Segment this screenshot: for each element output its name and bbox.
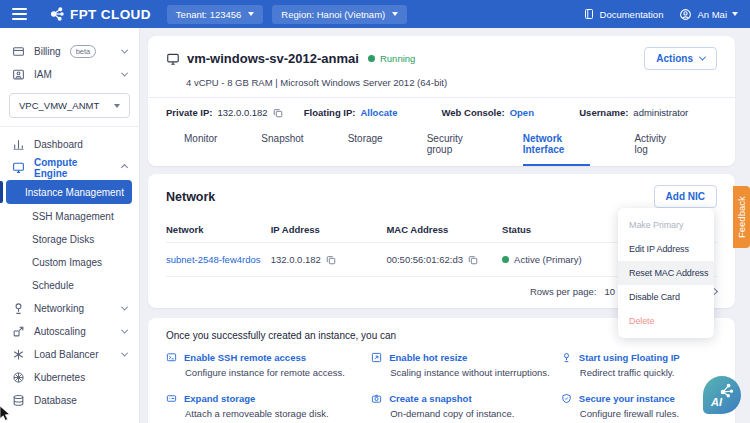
sidebar-item-custom-images[interactable]: Custom Images	[0, 251, 139, 274]
rows-per-page-value: 10	[604, 286, 615, 297]
sidebar-item-networking[interactable]: Networking	[0, 297, 139, 320]
vpc-selector[interactable]: VPC_VMW_ANMT	[9, 93, 130, 118]
chevron-down-icon	[121, 47, 128, 54]
allocate-link[interactable]: Allocate	[360, 107, 397, 118]
username-label: Username:	[579, 107, 628, 118]
private-ip-label: Private IP:	[166, 107, 212, 118]
ai-assistant-fab[interactable]: AI	[703, 376, 741, 414]
camera-icon	[371, 393, 382, 404]
sidebar-item-billing[interactable]: Billing beta	[0, 40, 139, 63]
copy-icon[interactable]	[273, 108, 283, 118]
help-item-storage: Expand storage Attach a removeable stora…	[166, 393, 361, 419]
terminal-icon	[166, 352, 177, 363]
menu-icon[interactable]	[12, 8, 27, 20]
enable-ssh-link[interactable]: Enable SSH remote access	[166, 352, 361, 363]
feedback-tab[interactable]: Feedback	[733, 186, 750, 248]
tenant-selector[interactable]: Tenant: 123456	[167, 5, 264, 24]
help-item-desc: Configure instance for remote access.	[185, 367, 361, 378]
sidebar: Billing beta IAM VPC_VMW_ANMT Dashboard	[0, 28, 140, 423]
chevron-down-icon	[248, 12, 254, 16]
database-icon	[12, 394, 25, 407]
sidebar-item-instance-management[interactable]: Instance Management	[6, 180, 132, 204]
private-ip-group: Private IP: 132.0.0.182	[166, 107, 304, 118]
sidebar-item-ssh-management[interactable]: SSH Management	[0, 205, 139, 228]
sidebar-item-autoscaling[interactable]: Autoscaling	[0, 320, 139, 343]
menu-item-disable-card[interactable]: Disable Card	[618, 285, 714, 309]
sidebar-item-kubernetes[interactable]: Kubernetes	[0, 366, 139, 389]
sidebar-item-label: SSH Management	[32, 211, 114, 222]
chevron-down-icon	[121, 327, 128, 334]
tab-storage[interactable]: Storage	[348, 125, 383, 166]
tab-security-group[interactable]: Security group	[427, 125, 479, 166]
brand-icon	[49, 6, 65, 22]
region-label: Region: Hanoi (Vietnam)	[281, 9, 385, 20]
user-name: An Mai	[697, 9, 727, 20]
sidebar-item-load-balancer[interactable]: Load Balancer	[0, 343, 139, 366]
menu-item-reset-mac-address[interactable]: Reset MAC Address	[618, 261, 714, 285]
help-item-desc: Redirect traffic quickly.	[580, 367, 717, 378]
sidebar-item-label: Custom Images	[32, 257, 102, 268]
help-item-snapshot: Create a snapshot On-demand copy of inst…	[371, 393, 551, 419]
sidebar-item-label: Dashboard	[34, 139, 83, 150]
subnet-link[interactable]: subnet-2548-few4rdos	[166, 254, 271, 265]
tab-network-interface[interactable]: Network Interface	[523, 125, 591, 166]
secure-instance-link[interactable]: Secure your instance	[561, 393, 717, 404]
sidebar-item-label: Compute Engine	[34, 157, 113, 179]
documentation-link[interactable]: Documentation	[583, 8, 664, 20]
tab-snapshot[interactable]: Snapshot	[261, 125, 303, 166]
sidebar-item-label: Billing	[34, 46, 61, 57]
menu-item-delete: Delete	[618, 309, 714, 333]
sidebar-item-label: Storage Disks	[32, 234, 94, 245]
load-balancer-icon	[12, 348, 25, 361]
tab-monitor[interactable]: Monitor	[184, 125, 217, 166]
menu-item-edit-ip-address[interactable]: Edit IP Address	[618, 237, 714, 261]
help-item-title: Secure your instance	[579, 393, 675, 404]
help-item-resize: Enable hot resize Scaling instance witho…	[371, 352, 551, 378]
nic-actions-context-menu: Make Primary Edit IP Address Reset MAC A…	[618, 208, 714, 338]
vm-monitor-icon	[166, 52, 180, 66]
sidebar-item-compute-engine[interactable]: Compute Engine	[0, 156, 139, 179]
help-item-desc: Configure firewall rules.	[580, 408, 717, 419]
instance-status: Running	[380, 53, 415, 64]
open-console-link[interactable]: Open	[510, 107, 534, 118]
floating-ip-icon	[561, 352, 572, 363]
actions-button[interactable]: Actions	[644, 47, 717, 70]
sidebar-item-storage-disks[interactable]: Storage Disks	[0, 228, 139, 251]
autoscaling-icon	[12, 325, 25, 338]
copy-icon[interactable]	[468, 255, 478, 265]
menu-item-make-primary: Make Primary	[618, 213, 714, 237]
user-menu[interactable]: An Mai	[679, 8, 738, 21]
billing-icon	[12, 45, 25, 58]
resize-icon	[371, 352, 382, 363]
help-item-title: Start using Floating IP	[579, 352, 680, 363]
status-value: Active (Primary)	[514, 254, 582, 265]
web-console-group: Web Console: Open	[442, 107, 580, 118]
sidebar-item-label: Kubernetes	[34, 372, 85, 383]
sidebar-item-dashboard[interactable]: Dashboard	[0, 133, 139, 156]
create-snapshot-link[interactable]: Create a snapshot	[371, 393, 551, 404]
instance-name: vm-windows-sv-2012-anmai	[187, 51, 359, 66]
copy-icon[interactable]	[326, 255, 336, 265]
status-dot	[368, 55, 375, 62]
add-nic-button[interactable]: Add NIC	[654, 185, 717, 208]
sidebar-item-schedule[interactable]: Schedule	[0, 274, 139, 297]
chevron-down-icon	[392, 12, 398, 16]
brand-logo[interactable]: FPT CLOUD	[49, 6, 151, 22]
column-network: Network	[166, 224, 271, 235]
floating-ip-label: Floating IP:	[304, 107, 356, 118]
kubernetes-icon	[12, 371, 25, 384]
beta-badge: beta	[70, 45, 97, 58]
networking-icon	[12, 302, 25, 315]
active-indicator	[0, 181, 3, 203]
expand-storage-link[interactable]: Expand storage	[166, 393, 361, 404]
tab-activity-log[interactable]: Activity log	[634, 125, 673, 166]
hot-resize-link[interactable]: Enable hot resize	[371, 352, 551, 363]
floating-ip-link[interactable]: Start using Floating IP	[561, 352, 717, 363]
sidebar-item-iam[interactable]: IAM	[0, 63, 139, 86]
network-section-title: Network	[166, 190, 215, 204]
help-item-secure: Secure your instance Configure firewall …	[561, 393, 717, 419]
region-selector[interactable]: Region: Hanoi (Vietnam)	[272, 5, 407, 24]
sidebar-item-database[interactable]: Database	[0, 389, 139, 412]
instance-tabs: Monitor Snapshot Storage Security group …	[166, 125, 717, 166]
add-nic-label: Add NIC	[666, 191, 705, 202]
